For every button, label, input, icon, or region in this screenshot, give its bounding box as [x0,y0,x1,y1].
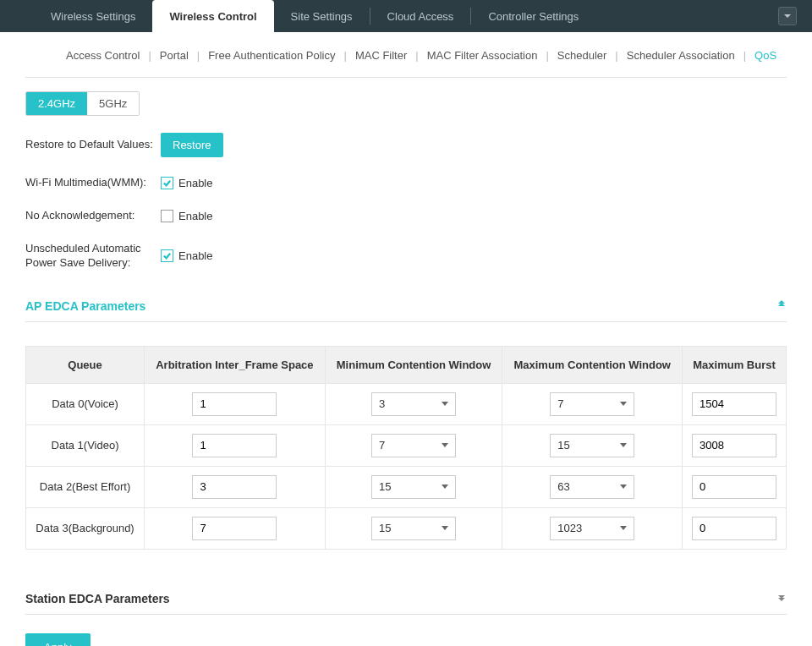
caret-down-icon [620,484,627,489]
select-value: 15 [379,522,391,534]
table-header-row: Queue Arbitration Inter_Frame Space Mini… [26,346,787,383]
select-value: 3 [379,397,385,410]
subnav-separator: | [742,49,748,62]
aifs-input[interactable] [192,434,277,457]
mincw-select[interactable]: 15 [371,475,456,499]
cell-queue: Data 3(Background) [26,507,145,549]
burst-input[interactable] [692,392,776,416]
subnav-qos[interactable]: QoS [748,49,783,62]
check-icon [162,178,172,188]
select-value: 63 [557,480,569,493]
uapsd-label: Unscheduled Automatic Power Save Deliver… [25,242,161,271]
wmm-label: Wi-Fi Multimedia(WMM): [25,176,161,190]
aifs-input[interactable] [192,475,277,499]
uapsd-enable-label: Enable [178,249,212,262]
nav-dropdown-button[interactable] [778,7,797,25]
th-queue: Queue [26,346,145,383]
caret-down-icon [620,443,627,447]
maxcw-select[interactable]: 15 [550,434,634,457]
table-row: Data 3(Background) 15 1023 [26,507,787,549]
noack-enable-label: Enable [178,210,212,222]
burst-input[interactable] [692,475,776,499]
table-row: Data 2(Best Effort) 15 63 [26,466,787,507]
station-edca-header[interactable]: Station EDCA Parameters [25,582,787,615]
wmm-checkbox[interactable] [161,177,173,189]
chevron-down-icon [783,12,792,20]
collapse-up-icon [776,299,787,312]
cell-queue: Data 1(Video) [26,424,145,466]
maxcw-select[interactable]: 1023 [550,517,634,540]
select-value: 1023 [557,522,582,534]
ap-edca-header[interactable]: AP EDCA Parameters [25,289,787,322]
uapsd-checkbox-wrap: Enable [161,249,212,262]
maxcw-select[interactable]: 7 [550,392,634,416]
th-maxcw: Maximum Contention Window [502,346,683,383]
caret-down-icon [442,402,448,406]
sub-nav: Access Control | Portal | Free Authentic… [25,32,787,78]
restore-row: Restore to Default Values: Restore [25,133,787,157]
restore-label: Restore to Default Values: [25,138,161,152]
caret-down-icon [442,526,448,530]
subnav-separator: | [544,49,550,62]
noack-row: No Acknowledgement: Enable [25,209,787,223]
band-5ghz-button[interactable]: 5GHz [87,92,139,115]
top-nav: Wireless Settings Wireless Control Site … [0,0,812,32]
check-icon [162,251,172,260]
apply-button[interactable]: Apply [25,633,91,646]
burst-input[interactable] [692,434,776,457]
mincw-select[interactable]: 15 [371,517,456,540]
mincw-select[interactable]: 3 [371,392,456,416]
subnav-separator: | [342,49,348,62]
uapsd-checkbox[interactable] [161,249,173,262]
subnav-mac-filter-assoc[interactable]: MAC Filter Association [420,49,545,62]
nav-controller-settings[interactable]: Controller Settings [471,0,595,32]
caret-down-icon [442,484,448,489]
ap-edca-table: Queue Arbitration Inter_Frame Space Mini… [25,346,787,550]
table-row: Data 0(Voice) 3 7 [26,383,787,424]
subnav-separator: | [613,49,619,62]
caret-down-icon [442,443,448,447]
band-2-4ghz-button[interactable]: 2.4GHz [26,92,87,115]
nav-cloud-access[interactable]: Cloud Access [370,0,471,32]
subnav-portal[interactable]: Portal [153,49,195,62]
subnav-scheduler-assoc[interactable]: Scheduler Association [620,49,742,62]
th-burst: Maximum Burst [683,346,787,383]
wmm-checkbox-wrap: Enable [161,177,212,189]
expand-down-icon [776,592,787,605]
select-value: 7 [379,439,385,452]
ap-edca-title: AP EDCA Parameters [25,299,145,313]
table-row: Data 1(Video) 7 15 [26,424,787,466]
nav-wireless-control[interactable]: Wireless Control [152,0,273,32]
caret-down-icon [620,526,627,530]
maxcw-select[interactable]: 63 [550,475,634,499]
subnav-separator: | [414,49,420,62]
aifs-input[interactable] [192,517,277,540]
station-edca-title: Station EDCA Parameters [25,592,170,605]
band-toggle: 2.4GHz 5GHz [25,91,140,116]
restore-button[interactable]: Restore [161,133,223,157]
nav-site-settings[interactable]: Site Settings [274,0,370,32]
caret-down-icon [620,402,627,406]
noack-label: No Acknowledgement: [25,209,161,223]
subnav-free-auth-policy[interactable]: Free Authentication Policy [201,49,342,62]
subnav-separator: | [195,49,201,62]
select-value: 7 [557,397,563,410]
burst-input[interactable] [692,517,776,540]
nav-wireless-settings[interactable]: Wireless Settings [34,0,152,32]
select-value: 15 [379,480,391,493]
cell-queue: Data 0(Voice) [26,383,145,424]
uapsd-row: Unscheduled Automatic Power Save Deliver… [25,242,787,271]
cell-queue: Data 2(Best Effort) [26,466,145,507]
th-mincw: Minimum Contention Window [325,346,502,383]
wmm-row: Wi-Fi Multimedia(WMM): Enable [25,176,787,190]
noack-checkbox[interactable] [161,210,173,222]
noack-checkbox-wrap: Enable [161,210,212,222]
select-value: 15 [557,439,569,452]
mincw-select[interactable]: 7 [371,434,456,457]
subnav-access-control[interactable]: Access Control [59,49,146,62]
subnav-separator: | [146,49,152,62]
wmm-enable-label: Enable [178,177,212,189]
subnav-mac-filter[interactable]: MAC Filter [348,49,414,62]
subnav-scheduler[interactable]: Scheduler [551,49,614,62]
aifs-input[interactable] [192,392,277,416]
